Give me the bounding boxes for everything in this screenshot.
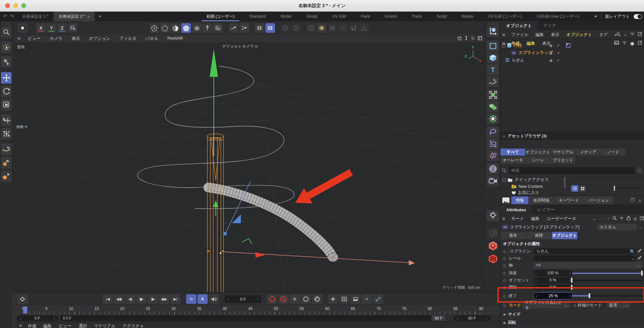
model-mode-icon[interactable] [160,23,170,33]
asset-search-input[interactable]: 検索 [509,167,634,174]
layout-tab[interactable]: Paint [353,12,377,21]
axis-y-lock-button[interactable]: Y [47,23,56,33]
array-modifier-icon[interactable] [487,113,499,124]
record-icon[interactable]: ◉ [630,41,634,46]
spline-link-field[interactable]: らせん [533,248,636,254]
prev-key-icon[interactable]: ◀◆ [114,294,124,304]
asset-filter-button[interactable]: オペレータ [500,157,526,164]
viewport-menu-item[interactable]: Redshift [163,36,187,41]
strength-stepper[interactable]: ‹100 %› [533,270,573,276]
camera-object-icon[interactable] [487,175,499,186]
asset-filter-button[interactable]: マテリアル [551,149,576,156]
document-tab-2[interactable]: 名称未設定 2 *x [53,12,94,21]
material-menu-item[interactable]: ビュー [55,322,75,328]
start-slider[interactable] [572,284,642,290]
a-triangle-icon[interactable] [359,23,369,33]
attr-tab-button[interactable]: オブジェクト [552,232,578,239]
dial-2-icon[interactable] [291,23,301,33]
goto-end-icon[interactable]: ▶| [170,294,181,304]
snap-frames-icon[interactable] [373,294,383,304]
null-axes-icon[interactable] [487,138,499,149]
end-frame-field[interactable]: ‹90 F› [453,315,491,321]
layout-tab[interactable]: UV Edit (ユーザー) [481,12,529,21]
eyedropper-icon[interactable] [638,249,642,254]
object-row-helix[interactable]: らせん ◆:✓ [505,57,525,64]
detach-asset-icon[interactable] [638,41,642,46]
keyframe-diamond-button[interactable] [17,294,28,304]
workplane-icon[interactable] [203,23,212,33]
copy-icon[interactable] [630,198,635,203]
filter-asset-icon[interactable] [622,41,627,46]
material-menu-item[interactable]: 選択 [75,322,90,328]
snap-arrow-icon[interactable] [229,23,239,33]
light-object-icon[interactable] [487,210,499,221]
asset-filter-button[interactable]: シーン [526,157,551,164]
autokey-icon[interactable]: A [197,294,208,304]
tree-scrollbar[interactable] [564,177,565,188]
menu-tags[interactable]: タグ [596,32,611,38]
select-move-icon[interactable] [1,114,12,126]
multi-move-icon[interactable] [1,128,12,140]
playhead[interactable] [23,306,27,314]
cube-primitive-icon[interactable] [487,52,499,63]
preset-chevron-icon[interactable]: ⌄ [639,225,642,229]
move-tool-icon[interactable] [1,72,12,84]
thumbnail-size-slider[interactable] [612,188,642,189]
layout-tab[interactable]: UV Edit [325,12,353,21]
loop-playback-icon[interactable]: ↻ [186,294,196,304]
a-hexagon-icon[interactable]: A [317,23,327,33]
lock-icon[interactable] [627,216,630,221]
material-menu-item[interactable]: マテリアル [90,322,119,328]
layout-tab[interactable]: UVEdit-User (ユーザー) [529,12,587,21]
tab-versions[interactable]: バージョン [584,196,614,204]
rotate-tool-icon[interactable] [1,86,12,97]
key-pla-icon[interactable] [339,294,349,304]
menu-edit-asset[interactable]: 編集 [523,41,539,46]
uv-tool-2-icon[interactable] [338,23,348,33]
spline-pen-strip-icon[interactable] [487,76,499,87]
attr-menu-icon[interactable]: ≡ [502,216,505,221]
list-view-icon[interactable] [571,185,578,192]
start-stepper[interactable]: ‹0 %› [533,284,573,290]
viewport-menu-icon[interactable]: ≡ [14,36,24,41]
zoom-view-icon[interactable] [465,35,468,41]
chevron-down-icon[interactable]: ⌄ [632,256,635,260]
tree-quick-access[interactable]: − クイックアクセス [502,176,549,183]
asset-filter-button[interactable]: メディア [576,149,601,156]
preview-image-icon[interactable] [502,197,509,203]
layout-tab[interactable]: Sculpt [299,12,325,21]
add-document-button[interactable]: + [95,12,105,21]
generator-icon[interactable] [487,89,499,100]
sketch-pen-icon[interactable] [1,157,12,169]
modeling-pen-icon[interactable] [1,170,12,182]
tab-objects[interactable]: オブジェクト [500,21,538,30]
sound-icon[interactable] [209,294,219,304]
range-start-field[interactable]: ‹0 F› [17,315,58,321]
preview-range-bar[interactable]: ‖ 0 F 90 F [61,315,446,321]
mode-dropdown[interactable]: スプラインに合わせる⌄ [522,302,570,308]
minimize-timeline-icon[interactable] [350,294,361,304]
attr-search-icon[interactable] [612,216,617,221]
menu-file[interactable]: ファイル [508,32,532,38]
texture-mode-icon[interactable] [171,23,180,33]
tree-new-content[interactable]: New Content [511,183,543,190]
redo-icon[interactable]: ↷ [10,14,14,19]
material-menu-item[interactable]: テクスチャ [119,322,148,328]
environment-globe-icon[interactable] [487,163,499,174]
strength-slider[interactable] [572,270,642,276]
preset-dropdown[interactable]: カスタム [597,224,637,230]
offset-slider[interactable] [572,277,642,283]
keying-settings-icon[interactable]: ⚙ [289,294,300,304]
axis-dropdown[interactable]: +Y⌄ [533,262,642,269]
material-menu-item[interactable]: 編集 [40,322,55,328]
viewport-menu-item[interactable]: フィルタ [115,36,141,41]
layout-tab[interactable]: Model [273,12,299,21]
search-icon[interactable] [616,32,620,37]
axis-mode-icon[interactable] [192,23,202,33]
play-icon[interactable]: ▶ [137,294,147,304]
attr-tab-button[interactable]: 座標 [526,232,552,239]
viewport-menu-item[interactable]: パネル [141,36,163,41]
autokey-record-icon[interactable]: A [278,294,289,304]
menu-edit-attr[interactable]: 編集 [527,216,543,222]
detach-panel-icon[interactable] [638,32,642,37]
